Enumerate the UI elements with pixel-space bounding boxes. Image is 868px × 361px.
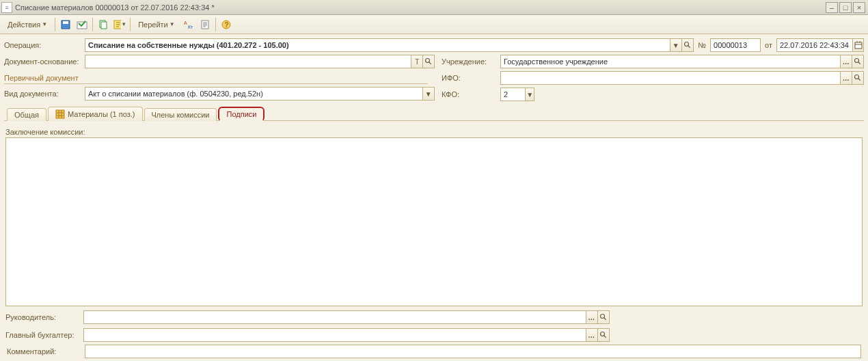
main-toolbar: Действия ▼ ▼ Перейти ▼ АКт ? xyxy=(0,15,868,34)
goto-label: Перейти xyxy=(138,21,168,29)
search-icon[interactable] xyxy=(422,55,434,68)
doc-base-label: Документ-основание: xyxy=(4,57,81,66)
chief-field[interactable]: … xyxy=(83,310,610,324)
number-input[interactable] xyxy=(711,39,760,51)
svg-point-21 xyxy=(855,75,859,79)
save-icon[interactable] xyxy=(58,17,73,32)
from-label: от xyxy=(765,41,772,49)
separator xyxy=(130,18,131,31)
type-select-button[interactable]: T xyxy=(411,55,422,68)
svg-point-19 xyxy=(855,59,859,63)
search-icon[interactable] xyxy=(597,311,609,323)
search-icon[interactable] xyxy=(852,55,863,68)
goto-menu[interactable]: Перейти ▼ xyxy=(133,18,180,31)
doc-base-input[interactable] xyxy=(85,55,411,68)
tab-commission[interactable]: Члены комиссии xyxy=(144,108,217,121)
calendar-icon[interactable] xyxy=(852,39,863,51)
svg-text:А: А xyxy=(184,21,187,25)
close-button[interactable]: × xyxy=(853,2,865,13)
select-button[interactable]: … xyxy=(586,311,597,323)
svg-text:?: ? xyxy=(224,21,228,29)
post-icon[interactable] xyxy=(74,17,90,32)
title-bar: ≡ Списание материалов 00000013 от 22.07.… xyxy=(0,0,868,15)
svg-line-18 xyxy=(429,62,431,64)
svg-point-11 xyxy=(685,42,689,46)
comment-input[interactable] xyxy=(85,345,860,358)
institution-input[interactable] xyxy=(501,55,840,68)
select-button[interactable]: … xyxy=(840,72,852,84)
dropdown-button[interactable]: ▼ xyxy=(422,88,434,100)
tab-strip: Общая Материалы (1 поз.) Члены комиссии … xyxy=(4,107,864,121)
grid-icon xyxy=(55,109,65,119)
conclusion-label: Заключение комиссии: xyxy=(5,128,863,136)
svg-line-20 xyxy=(858,62,860,64)
kfo-label: КФО: xyxy=(442,90,496,98)
chief-label: Руководитель: xyxy=(5,313,79,321)
akt-icon[interactable]: АКт xyxy=(181,17,196,32)
operation-input[interactable] xyxy=(85,39,670,51)
chevron-down-icon: ▼ xyxy=(121,21,126,27)
kfo-input[interactable] xyxy=(501,88,525,101)
tab-label: Материалы (1 поз.) xyxy=(68,110,135,118)
operation-field[interactable]: ▼ xyxy=(85,38,694,52)
comment-label: Комментарий: xyxy=(7,347,81,356)
search-icon[interactable] xyxy=(681,39,693,51)
actions-menu[interactable]: Действия ▼ xyxy=(3,18,52,31)
dropdown-button[interactable]: ▼ xyxy=(670,39,681,51)
tab-label: Члены комиссии xyxy=(152,111,210,119)
tab-materials[interactable]: Материалы (1 поз.) xyxy=(48,107,143,121)
institution-label: Учреждение: xyxy=(442,57,496,66)
svg-line-22 xyxy=(858,79,860,81)
separator xyxy=(92,18,93,31)
chevron-down-icon: ▼ xyxy=(42,21,47,27)
accountant-field[interactable]: … xyxy=(83,328,610,342)
conclusion-textarea[interactable] xyxy=(5,137,863,306)
svg-line-31 xyxy=(604,336,606,338)
actions-label: Действия xyxy=(8,21,40,29)
tab-label: Общая xyxy=(14,111,39,119)
doc-type-input[interactable] xyxy=(85,88,422,100)
doc-base-field[interactable]: T xyxy=(85,55,435,68)
ifo-input[interactable] xyxy=(501,72,840,84)
select-button[interactable]: … xyxy=(586,329,597,341)
dropdown-button[interactable]: ▼ xyxy=(525,88,534,101)
operation-label: Операция: xyxy=(4,41,81,49)
svg-rect-4 xyxy=(101,22,107,29)
report-icon[interactable] xyxy=(198,17,213,32)
number-label: № xyxy=(698,41,706,49)
select-button[interactable]: … xyxy=(840,55,852,68)
accountant-label: Главный бухгалтер: xyxy=(5,331,79,339)
separator xyxy=(215,18,216,31)
document-icon: ≡ xyxy=(1,2,12,13)
svg-rect-1 xyxy=(63,21,68,24)
tab-panel-signatures: Заключение комиссии: Руководитель: … Гла… xyxy=(4,124,864,361)
basis-icon[interactable]: ▼ xyxy=(112,17,127,32)
ifo-field[interactable]: … xyxy=(500,71,864,85)
doc-type-field[interactable]: ▼ xyxy=(85,87,435,101)
copy-icon[interactable] xyxy=(96,17,111,32)
date-input[interactable] xyxy=(777,39,852,51)
svg-line-12 xyxy=(688,46,690,48)
chevron-down-icon: ▼ xyxy=(169,21,175,27)
search-icon[interactable] xyxy=(852,72,863,84)
minimize-button[interactable]: – xyxy=(826,2,838,13)
comment-field[interactable] xyxy=(85,345,861,358)
ifo-label: ИФО: xyxy=(442,74,496,82)
accountant-input[interactable] xyxy=(84,329,586,341)
help-icon[interactable]: ? xyxy=(219,17,234,32)
search-icon[interactable] xyxy=(597,329,609,341)
svg-point-28 xyxy=(600,315,604,319)
doc-type-label: Вид документа: xyxy=(4,90,81,98)
tab-general[interactable]: Общая xyxy=(7,108,46,121)
tab-signatures[interactable]: Подписи xyxy=(218,107,265,122)
number-field[interactable] xyxy=(710,38,761,52)
chief-input[interactable] xyxy=(84,311,586,323)
kfo-field[interactable]: ▼ xyxy=(500,88,534,101)
window-title: Списание материалов 00000013 от 22.07.20… xyxy=(15,3,215,12)
date-field[interactable] xyxy=(776,38,864,52)
svg-rect-8 xyxy=(202,21,208,29)
institution-field[interactable]: … xyxy=(500,55,864,68)
tab-label: Подписи xyxy=(226,110,256,118)
maximize-button[interactable]: □ xyxy=(839,2,852,13)
svg-rect-23 xyxy=(56,110,64,118)
